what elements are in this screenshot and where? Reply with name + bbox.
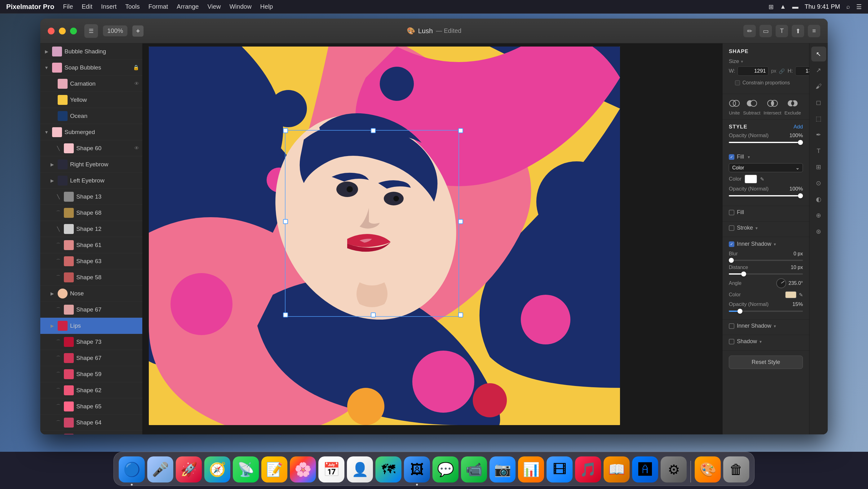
layer-shape67b[interactable]: ⌒ Shape 67: [40, 350, 142, 366]
fill-type-dropdown[interactable]: Color ⌄: [729, 163, 803, 172]
menu-help[interactable]: Help: [260, 3, 273, 10]
notification-icon[interactable]: ☰: [856, 3, 862, 10]
paint-tool[interactable]: 🖌: [811, 79, 826, 94]
shape-tool-button[interactable]: ▭: [760, 25, 772, 37]
menu-file[interactable]: File: [63, 3, 73, 10]
layer-nose[interactable]: ▶ Nose: [40, 285, 142, 301]
dock-item-messages[interactable]: 💬: [432, 456, 459, 483]
pen-tool[interactable]: ✒: [811, 127, 826, 142]
layer-carnation[interactable]: Carnation 👁: [40, 76, 142, 92]
dock-item-pixelmator2[interactable]: 🎨: [695, 456, 721, 483]
shadow-opacity-thumb[interactable]: [738, 309, 742, 314]
layer-shape60[interactable]: ╲ Shape 60 👁: [40, 140, 142, 156]
add-style-button[interactable]: Add: [794, 124, 803, 130]
layer-shape73[interactable]: ⌒ Shape 73: [40, 334, 142, 350]
distance-slider[interactable]: [729, 274, 803, 275]
fill-tool[interactable]: ⊞: [811, 160, 826, 174]
shape-select-tool[interactable]: ⬚: [811, 111, 826, 126]
layer-left-eyebrow[interactable]: ▶ Left Eyebrow: [40, 173, 142, 189]
fill-checkbox-2[interactable]: [729, 210, 734, 215]
fill-expand-icon[interactable]: ▾: [748, 154, 750, 160]
dock-item-finder[interactable]: 🔵: [119, 456, 145, 483]
dock-item-keynote[interactable]: 🎞: [547, 456, 572, 483]
inner-shadow-expand-2[interactable]: ▾: [774, 324, 776, 328]
dock-item-maps[interactable]: 🗺: [375, 456, 401, 483]
layer-shape59[interactable]: ⌒ Shape 59: [40, 366, 142, 382]
menu-insert[interactable]: Insert: [101, 3, 117, 10]
layer-soap-bubbles[interactable]: ▼ Soap Bubbles 🔒: [40, 60, 142, 76]
distance-thumb[interactable]: [741, 271, 746, 277]
fill-checkbox-1[interactable]: [729, 154, 734, 160]
layer-shape61[interactable]: ⌒ Shape 61: [40, 237, 142, 253]
color-picker-tool[interactable]: ⊙: [811, 176, 826, 191]
intersect-button[interactable]: Intersect: [764, 98, 781, 115]
dock-item-contacts[interactable]: 👤: [347, 456, 373, 483]
menu-format[interactable]: Format: [149, 3, 168, 10]
dock-item-numbers[interactable]: 📊: [518, 456, 544, 483]
zoom-level-display[interactable]: 100%: [103, 25, 127, 36]
fill-opacity-slider[interactable]: [729, 195, 803, 196]
shadow-expand-icon[interactable]: ▾: [760, 339, 762, 344]
repair-tool[interactable]: ⊛: [811, 224, 826, 239]
wifi-icon[interactable]: ▲: [780, 3, 786, 10]
menu-tools[interactable]: Tools: [125, 3, 140, 10]
dock-item-notes[interactable]: 📝: [261, 456, 287, 483]
dock-item-books[interactable]: 📖: [603, 456, 630, 483]
cursor-tool[interactable]: ↖: [811, 47, 826, 61]
dock-item-calendar[interactable]: 📅: [318, 456, 344, 483]
dock-item-photo-browser[interactable]: 📷: [490, 456, 516, 483]
blur-slider[interactable]: [729, 260, 803, 261]
app-name[interactable]: Pixelmator Pro: [6, 3, 54, 11]
maximize-button[interactable]: [70, 28, 77, 34]
visibility-icon[interactable]: 👁: [134, 81, 139, 87]
opacity-slider-track[interactable]: [729, 142, 803, 143]
visibility-icon[interactable]: 👁: [134, 146, 139, 151]
battery-icon[interactable]: ▬: [792, 3, 798, 10]
layer-shape64[interactable]: ⌒ Shape 64: [40, 414, 142, 431]
angle-wheel[interactable]: [776, 278, 786, 288]
layer-shape63[interactable]: ⌒ Shape 63: [40, 253, 142, 269]
opacity-slider-thumb[interactable]: [798, 140, 803, 145]
dock-item-safari[interactable]: 🧭: [204, 456, 230, 483]
height-input[interactable]: [795, 66, 809, 76]
fill-color-edit-button[interactable]: ✎: [760, 176, 764, 182]
dock-item-music[interactable]: 🎵: [575, 456, 601, 483]
share-button[interactable]: ⬆: [792, 25, 804, 37]
reset-style-button[interactable]: Reset Style: [729, 355, 803, 369]
dock-item-launchpad[interactable]: 🚀: [176, 456, 202, 483]
menu-view[interactable]: View: [207, 3, 221, 10]
shadow-color-swatch[interactable]: [785, 291, 796, 298]
add-layer-button[interactable]: +: [132, 25, 144, 37]
dock-item-appstore[interactable]: 🅰: [632, 456, 658, 483]
fill-opacity-thumb[interactable]: [798, 193, 803, 198]
minimize-button[interactable]: [59, 28, 66, 34]
eraser-tool[interactable]: ◻: [811, 95, 826, 110]
dock-item-trash[interactable]: 🗑: [723, 456, 749, 483]
text-tool-button[interactable]: T: [776, 25, 788, 37]
shadow-color-edit[interactable]: ✎: [799, 292, 803, 298]
shadow-checkbox[interactable]: [729, 339, 734, 344]
size-dropdown-arrow[interactable]: ▾: [741, 59, 743, 64]
layers-toggle-button[interactable]: ☰: [84, 24, 98, 38]
adjust-tool[interactable]: ◐: [811, 192, 826, 207]
canvas-area[interactable]: [143, 44, 722, 434]
layer-shape12[interactable]: ╲ Shape 12: [40, 221, 142, 237]
layer-lips[interactable]: ▶ Lips: [40, 318, 142, 334]
layer-yellow[interactable]: Yellow: [40, 92, 142, 108]
close-button[interactable]: [48, 28, 55, 34]
clone-tool[interactable]: ⊕: [811, 208, 826, 223]
layer-submerged[interactable]: ▼ Submerged: [40, 124, 142, 140]
unite-button[interactable]: Unite: [729, 98, 740, 115]
blur-thumb[interactable]: [729, 258, 734, 263]
pen-tool-button[interactable]: ✏: [743, 25, 756, 37]
layer-ocean[interactable]: Ocean: [40, 108, 142, 124]
control-center-icon[interactable]: ⊞: [769, 3, 774, 10]
inner-shadow-checkbox-2[interactable]: [729, 323, 734, 329]
layer-shape58[interactable]: ⌒ Shape 58: [40, 269, 142, 285]
dock-item-pixelmator[interactable]: 🖼: [404, 456, 430, 483]
stroke-checkbox[interactable]: [729, 225, 734, 231]
menu-arrange[interactable]: Arrange: [177, 3, 199, 10]
menu-edit[interactable]: Edit: [82, 3, 92, 10]
layer-bubble-shading[interactable]: ▶ Bubble Shading: [40, 44, 142, 60]
more-options-button[interactable]: ≡: [808, 25, 820, 37]
